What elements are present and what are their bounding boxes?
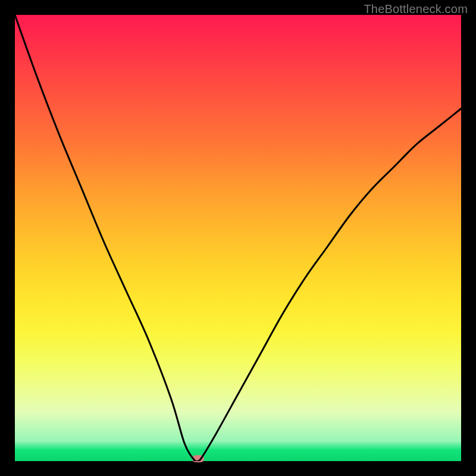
- bottleneck-curve: [15, 15, 461, 461]
- chart-frame: TheBottleneck.com: [0, 0, 476, 476]
- curve-svg: [15, 15, 461, 461]
- watermark-text: TheBottleneck.com: [364, 2, 468, 16]
- plot-area: [15, 15, 461, 461]
